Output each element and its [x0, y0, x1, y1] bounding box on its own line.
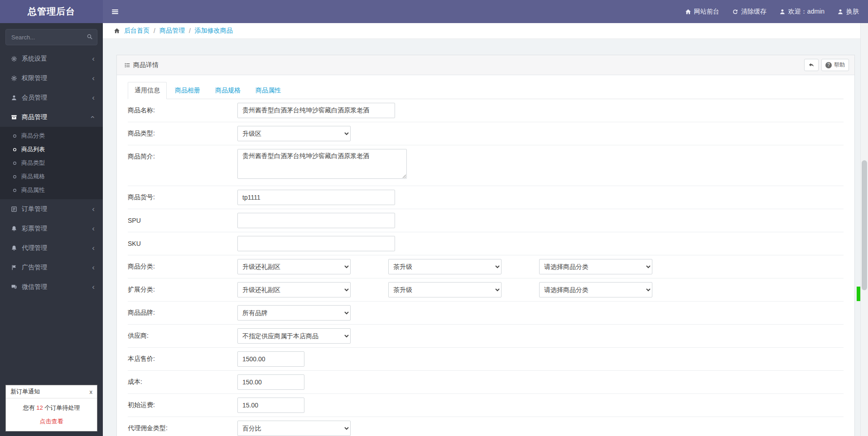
category-select-2[interactable]: 茶升级 — [388, 259, 502, 274]
circle-icon — [12, 134, 17, 139]
cost-input[interactable] — [237, 374, 304, 390]
form-row-category: 商品分类: 升级还礼副区 茶升级 请选择商品分类 — [128, 255, 844, 278]
supplier-select[interactable]: 不指定供应商属于本店商品 — [237, 328, 351, 344]
ext-category-select-2[interactable]: 茶升级 — [388, 282, 502, 297]
notification-text: 您有 — [23, 404, 37, 411]
sidebar-item-system-settings[interactable]: 系统设置 ‹ — [0, 49, 103, 68]
submenu-item-goods-type[interactable]: 商品类型 — [0, 156, 103, 170]
ext-category-select-1[interactable]: 升级还礼副区 — [237, 282, 351, 297]
chevron-left-icon: ‹ — [92, 264, 95, 271]
order-notification-box: 新订单通知 x 您有 12 个订单待处理 点击查看 — [5, 385, 97, 431]
clear-cache-label: 清除缓存 — [741, 8, 767, 16]
back-button[interactable] — [804, 59, 819, 71]
category-select-1[interactable]: 升级还礼副区 — [237, 259, 351, 274]
panel-body: 通用信息 商品相册 商品规格 商品属性 商品名称: 商品类型: — [117, 75, 854, 436]
product-intro-textarea[interactable]: 贵州酱香型白酒茅台纯坤沙窖藏白酒原浆老酒 — [237, 149, 407, 179]
gear-icon — [11, 56, 17, 62]
submenu-item-label: 商品列表 — [21, 145, 45, 153]
product-type-select[interactable]: 升级区 — [237, 126, 351, 141]
sidebar-item-wechat[interactable]: 微信管理 ‹ — [0, 277, 103, 297]
close-icon[interactable]: x — [90, 388, 93, 395]
product-sn-input[interactable] — [237, 190, 395, 205]
change-skin-link[interactable]: 换肤 — [837, 8, 859, 16]
topbar-links: 网站前台 清除缓存 欢迎：admin 换肤 — [685, 8, 859, 16]
goods-form: 商品名称: 商品类型: 升级区 商 — [128, 99, 844, 436]
frontend-link[interactable]: 网站前台 — [685, 8, 719, 16]
scrollbar-track[interactable] — [860, 23, 868, 436]
tab-general-info[interactable]: 通用信息 — [128, 82, 167, 99]
submenu-item-goods-attr[interactable]: 商品属性 — [0, 183, 103, 197]
home-icon — [685, 9, 691, 15]
scrollbar-thumb[interactable] — [862, 160, 867, 290]
sidebar-item-agents[interactable]: 代理管理 ‹ — [0, 238, 103, 258]
goods-detail-panel: 商品详情 ? 帮助 通用信息 商品相册 商品规格 商品属 — [116, 55, 855, 436]
search-icon[interactable] — [87, 34, 93, 42]
green-widget-tab[interactable] — [857, 287, 860, 301]
help-button-label: 帮助 — [834, 61, 845, 69]
breadcrumb-home-link[interactable]: 后台首页 — [124, 27, 149, 35]
field-label: 商品分类: — [128, 263, 237, 271]
help-button[interactable]: ? 帮助 — [821, 59, 849, 71]
shipping-fee-input[interactable] — [237, 398, 304, 413]
sidebar: 系统设置 ‹ 权限管理 ‹ 会员管理 ‹ 商品管理 ‹ 商品分类 商品列表 — [0, 23, 103, 436]
view-orders-link[interactable]: 点击查看 — [6, 413, 97, 431]
clear-cache-link[interactable]: 清除缓存 — [732, 8, 767, 16]
chevron-left-icon: ‹ — [92, 94, 95, 101]
field-label: SKU — [128, 240, 237, 247]
field-label: 初始运费: — [128, 401, 237, 409]
form-row-intro: 商品简介: 贵州酱香型白酒茅台纯坤沙窖藏白酒原浆老酒 — [128, 145, 844, 186]
search-input[interactable] — [5, 29, 97, 45]
tab-goods-spec[interactable]: 商品规格 — [208, 82, 247, 99]
submenu-item-goods-list[interactable]: 商品列表 — [0, 143, 103, 156]
panel-tools: ? 帮助 — [804, 59, 849, 71]
sidebar-item-label: 代理管理 — [22, 244, 87, 252]
product-name-input[interactable] — [237, 103, 395, 118]
tab-goods-album[interactable]: 商品相册 — [168, 82, 207, 99]
breadcrumb-goods-link[interactable]: 商品管理 — [159, 27, 185, 35]
breadcrumb-separator: / — [154, 27, 155, 34]
tab-goods-attr[interactable]: 商品属性 — [249, 82, 288, 99]
bell-icon — [11, 225, 17, 232]
skin-user-icon — [837, 9, 844, 15]
brand-select[interactable]: 所有品牌 — [237, 305, 351, 321]
submenu-item-label: 商品类型 — [21, 159, 45, 167]
shop-price-input[interactable] — [237, 351, 304, 367]
chevron-left-icon: ‹ — [92, 55, 95, 62]
home-icon — [114, 28, 120, 34]
user-icon — [11, 95, 17, 101]
sidebar-item-label: 订单管理 — [22, 205, 87, 213]
field-label: 供应商: — [128, 332, 237, 340]
submenu-item-goods-spec[interactable]: 商品规格 — [0, 170, 103, 183]
form-row-supplier: 供应商: 不指定供应商属于本店商品 — [128, 325, 844, 348]
commission-type-select[interactable]: 百分比 — [237, 421, 351, 436]
sidebar-item-orders[interactable]: 订单管理 ‹ — [0, 199, 103, 219]
welcome-user[interactable]: 欢迎：admin — [779, 8, 825, 16]
sku-input[interactable] — [237, 236, 395, 251]
field-label: 商品名称: — [128, 106, 237, 115]
cogs-icon — [11, 75, 17, 81]
sidebar-item-permissions[interactable]: 权限管理 ‹ — [0, 68, 103, 88]
form-row-brand: 商品品牌: 所有品牌 — [128, 302, 844, 325]
change-skin-label: 换肤 — [846, 8, 859, 16]
sidebar-item-goods[interactable]: 商品管理 ‹ — [0, 107, 103, 127]
flag-icon — [11, 264, 17, 271]
sidebar-nav: 系统设置 ‹ 权限管理 ‹ 会员管理 ‹ 商品管理 ‹ 商品分类 商品列表 — [0, 49, 103, 297]
form-row-commission-type: 代理佣金类型: 百分比 — [128, 417, 844, 436]
chevron-left-icon: ‹ — [92, 205, 95, 213]
sidebar-item-ads[interactable]: 广告管理 ‹ — [0, 258, 103, 277]
form-row-shipping-fee: 初始运费: — [128, 394, 844, 417]
ext-category-select-3[interactable]: 请选择商品分类 — [539, 282, 652, 297]
page-area: 商品详情 ? 帮助 通用信息 商品相册 商品规格 商品属 — [103, 39, 860, 436]
submenu-item-goods-category[interactable]: 商品分类 — [0, 129, 103, 143]
menu-toggle-icon[interactable] — [111, 8, 119, 16]
category-select-3[interactable]: 请选择商品分类 — [539, 259, 652, 274]
chevron-down-icon: ‹ — [90, 116, 97, 119]
goods-submenu: 商品分类 商品列表 商品类型 商品规格 商品属性 — [0, 127, 103, 199]
sidebar-item-members[interactable]: 会员管理 ‹ — [0, 88, 103, 107]
frontend-link-label: 网站前台 — [694, 8, 719, 16]
pending-order-count: 12 — [36, 404, 43, 411]
app-title: 总管理后台 — [0, 0, 103, 23]
sidebar-item-lottery[interactable]: 彩票管理 ‹ — [0, 219, 103, 238]
form-row-name: 商品名称: — [128, 99, 844, 122]
spu-input[interactable] — [237, 213, 395, 228]
